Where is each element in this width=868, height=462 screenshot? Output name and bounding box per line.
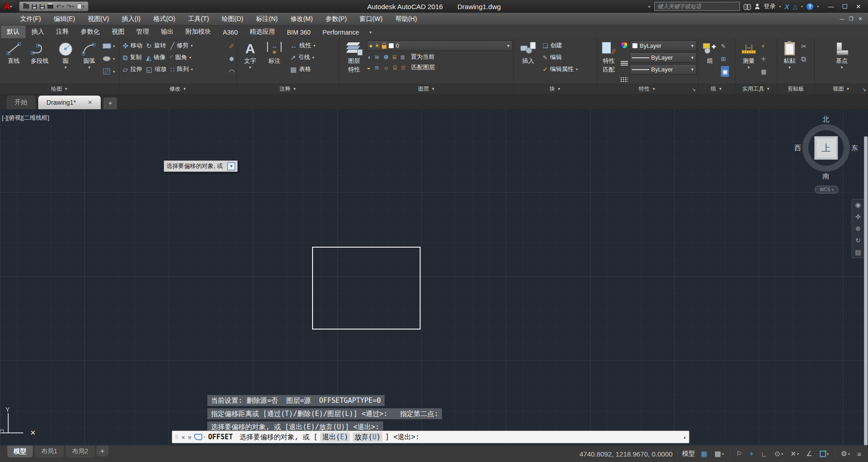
paste-button[interactable]: 粘贴 ▼	[779, 40, 800, 84]
panel-footer-view[interactable]: 视图▼ ↘	[815, 84, 868, 94]
viewcube-south[interactable]: 南	[822, 172, 829, 181]
layer-isolate-button[interactable]: ≋	[375, 54, 380, 60]
doc-restore-button[interactable]: ❐	[847, 16, 855, 22]
new-layout-button[interactable]: ＋	[97, 446, 108, 457]
menu-file[interactable]: 文件(F)	[14, 13, 47, 25]
chevron-down-icon[interactable]: ▾	[801, 5, 803, 9]
command-bar-close-button[interactable]: ✕	[181, 434, 185, 441]
steering-wheel-icon[interactable]: ◉	[855, 201, 861, 208]
viewcube-west[interactable]: 西	[794, 144, 801, 152]
layer-unlock-all-button[interactable]: ⌹	[393, 65, 397, 71]
layer-select-combo[interactable]: ● ☀ 0 ▼	[367, 41, 513, 51]
panel-footer-annotate[interactable]: 注释▼	[237, 84, 339, 94]
line-button[interactable]: 直线	[2, 40, 26, 84]
close-button[interactable]: ✕	[852, 1, 865, 12]
maximize-button[interactable]: ☐	[838, 1, 852, 12]
explode-button[interactable]: ✸	[229, 53, 235, 64]
plot-button[interactable]	[47, 5, 53, 9]
panel-footer-block[interactable]: 块▼	[514, 84, 596, 94]
color-combo[interactable]: ByLayer ▼	[630, 41, 697, 51]
cut-button[interactable]: ✂	[801, 41, 807, 51]
grid-toggle[interactable]: ▦	[699, 449, 709, 459]
dialog-launcher-icon[interactable]: ↘	[692, 87, 696, 92]
copy-button[interactable]: ⧉复制	[121, 51, 144, 63]
edit-attributes-button[interactable]: ✓编辑属性▾	[541, 63, 579, 75]
open-button[interactable]	[23, 4, 29, 9]
qat-customize-button[interactable]: ▾	[77, 4, 84, 9]
isometric-drafting-toggle[interactable]: ✕▾	[789, 449, 801, 459]
match-layer-button[interactable]: 匹配图层	[410, 63, 436, 72]
menu-help[interactable]: 帮助(H)	[389, 13, 423, 25]
layer-thaw-sun-icon[interactable]: ☀	[375, 43, 380, 49]
match-properties-button[interactable]: ✐ 特性 匹配	[599, 40, 619, 84]
viewcube-north[interactable]: 北	[822, 115, 829, 124]
menu-modify[interactable]: 修改(M)	[284, 13, 319, 25]
scale-button[interactable]: ◱缩放	[145, 63, 168, 75]
menu-edit[interactable]: 编辑(E)	[47, 13, 82, 25]
save-as-button[interactable]: ✎	[40, 4, 45, 9]
panel-footer-utilities[interactable]: 实用工具▼	[735, 84, 777, 94]
create-block-button[interactable]: ❏创建	[541, 40, 579, 51]
polyline-button[interactable]: 多段线	[26, 40, 54, 84]
undo-option-button[interactable]: 放弃(U)	[353, 432, 382, 442]
ribbon-tab-performance[interactable]: Performance	[317, 26, 365, 38]
quick-select-button[interactable]: ⚡	[761, 41, 766, 51]
layer-off-button[interactable]: ◑	[367, 54, 370, 60]
copy-clip-button[interactable]: ⧉	[801, 53, 807, 64]
infer-constraints-toggle[interactable]: ⚐	[735, 449, 744, 459]
drawn-rectangle[interactable]	[312, 247, 421, 330]
viewcube-top-face[interactable]: 上	[814, 136, 838, 160]
menu-insert[interactable]: 插入(I)	[115, 13, 147, 25]
join-button[interactable]: ◠	[229, 66, 235, 77]
menu-tools[interactable]: 工具(T)	[182, 13, 216, 25]
panel-footer-properties[interactable]: 特性▼ ↘	[597, 84, 698, 94]
customize-wrench-icon[interactable]: ⚒	[188, 434, 191, 441]
quick-calc-button[interactable]: ▦	[761, 66, 766, 77]
orbit-icon[interactable]: ↻	[855, 237, 861, 244]
chevron-down-icon[interactable]: ▾	[203, 435, 205, 439]
menu-draw[interactable]: 绘图(D)	[216, 13, 250, 25]
panel-footer-clipboard[interactable]: 剪贴板	[777, 84, 814, 94]
exit-option-button[interactable]: 退出(E)	[320, 432, 350, 442]
leader-button[interactable]: ↗引线▾	[289, 51, 317, 63]
file-tab-drawing1[interactable]: Drawing1* ✕	[38, 96, 101, 109]
sign-in-button[interactable]: 登录	[764, 2, 776, 10]
rotate-button[interactable]: ↻旋转	[145, 40, 168, 51]
table-button[interactable]: ▦表格	[289, 63, 317, 75]
viewcube-east[interactable]: 东	[851, 144, 858, 152]
group-edit-button[interactable]: ⊞	[721, 53, 729, 64]
snap-toggle[interactable]: ▩▾	[713, 449, 725, 459]
model-tab[interactable]: 模型	[7, 446, 33, 457]
circle-button[interactable]: 圆 ▼	[54, 40, 77, 84]
workspace-switch-button[interactable]: ⚙▾	[840, 449, 851, 459]
save-button[interactable]	[32, 4, 37, 9]
ribbon-tab-home[interactable]: 默认	[1, 25, 26, 38]
ribbon-tab-manage[interactable]: 管理	[130, 25, 155, 38]
edit-block-button[interactable]: ✎编辑	[541, 51, 579, 63]
layer-thaw-all-button[interactable]: ☼	[384, 65, 389, 71]
layer-unisolate-button[interactable]: ≌	[375, 65, 380, 71]
layer-freeze-button[interactable]: ❆	[384, 54, 389, 60]
vertical-scrollbar[interactable]	[864, 137, 868, 445]
close-tab-icon[interactable]: ✕	[88, 99, 92, 106]
group-button[interactable]: ✦ 组	[700, 40, 720, 84]
chevron-down-icon[interactable]: ▾	[779, 5, 781, 9]
ribbon-tab-annotate[interactable]: 注释	[50, 25, 75, 38]
linetype-icon[interactable]	[621, 77, 628, 82]
stretch-button[interactable]: ▱拉伸	[121, 63, 144, 75]
application-menu-button[interactable]: A ▾	[0, 0, 15, 13]
lineweight-combo[interactable]: ByLayer ▼	[630, 52, 697, 63]
hatch-tool-button[interactable]: ▾	[102, 66, 115, 77]
exchange-apps-icon[interactable]: X	[785, 3, 789, 10]
insert-block-button[interactable]: 插入	[516, 40, 540, 84]
array-button[interactable]: ∷阵列▾	[169, 63, 195, 75]
search-input[interactable]	[654, 2, 740, 11]
layer-unlock-icon[interactable]	[382, 45, 386, 49]
set-current-button[interactable]: 置为当前	[409, 52, 436, 61]
command-bar-grip[interactable]: ⠿	[175, 435, 179, 440]
search-binoculars-icon[interactable]	[744, 4, 751, 9]
zoom-icon[interactable]: ⊕	[855, 225, 861, 232]
panel-footer-draw[interactable]: 绘图▼	[0, 84, 119, 94]
measure-button[interactable]: |↔| 测量 ▼	[737, 40, 760, 84]
rectangle-tool-button[interactable]: ▾	[102, 41, 115, 51]
